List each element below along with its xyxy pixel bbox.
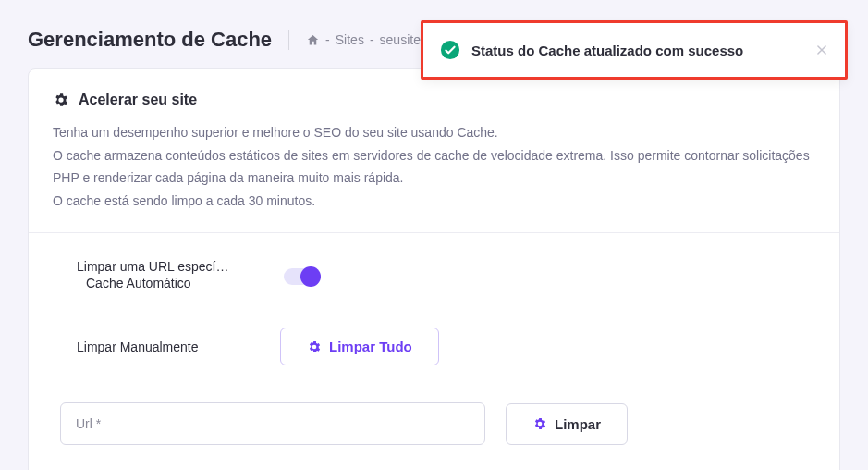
breadcrumb-item-sites[interactable]: Sites (336, 32, 364, 47)
manual-clear-row: Limpar Manualmente Limpar Tudo (60, 328, 808, 365)
url-clear-row: Limpar (60, 402, 808, 445)
breadcrumb[interactable]: - Sites - seusite.c (306, 32, 431, 47)
card-desc-line2: O cache armazena conteúdos estáticos de … (53, 144, 815, 190)
auto-cache-toggle[interactable] (284, 268, 319, 285)
url-input[interactable] (60, 402, 485, 445)
gear-icon (532, 416, 547, 431)
auto-cache-label: Cache Automático (86, 276, 191, 291)
card-title: Acelerar seu site (79, 92, 197, 108)
card-title-row: Acelerar seu site (53, 92, 815, 108)
breadcrumb-sep: - (370, 32, 374, 47)
gear-icon (53, 92, 69, 108)
clear-all-button[interactable]: Limpar Tudo (280, 328, 439, 365)
clear-all-button-label: Limpar Tudo (329, 339, 412, 354)
cache-card: Acelerar seu site Tenha um desempenho su… (28, 68, 840, 470)
specific-url-label: Limpar uma URL específi.. (77, 259, 229, 274)
page-title: Gerenciamento de Cache (28, 28, 272, 52)
toggle-knob (300, 266, 321, 287)
clear-button-label: Limpar (555, 416, 601, 432)
card-body: Limpar uma URL específi.. Cache Automáti… (29, 233, 839, 470)
card-desc-line3: O cache está sendo limpo a cada 30 minut… (53, 190, 815, 213)
clear-button[interactable]: Limpar (506, 403, 628, 445)
toast-message: Status do Cache atualizado com sucesso (471, 43, 804, 58)
auto-cache-row: Limpar uma URL específi.. Cache Automáti… (60, 259, 808, 296)
check-circle-icon (440, 40, 460, 60)
close-icon[interactable] (815, 43, 828, 56)
manual-clear-label: Limpar Manualmente (77, 340, 225, 354)
header-divider (288, 30, 289, 50)
home-icon[interactable] (306, 33, 320, 47)
success-toast: Status do Cache atualizado com sucesso (421, 20, 848, 80)
gear-icon (307, 340, 322, 354)
card-desc-line1: Tenha um desempenho superior e melhore o… (53, 121, 815, 144)
breadcrumb-sep: - (325, 32, 330, 47)
card-intro: Acelerar seu site Tenha um desempenho su… (29, 69, 839, 232)
